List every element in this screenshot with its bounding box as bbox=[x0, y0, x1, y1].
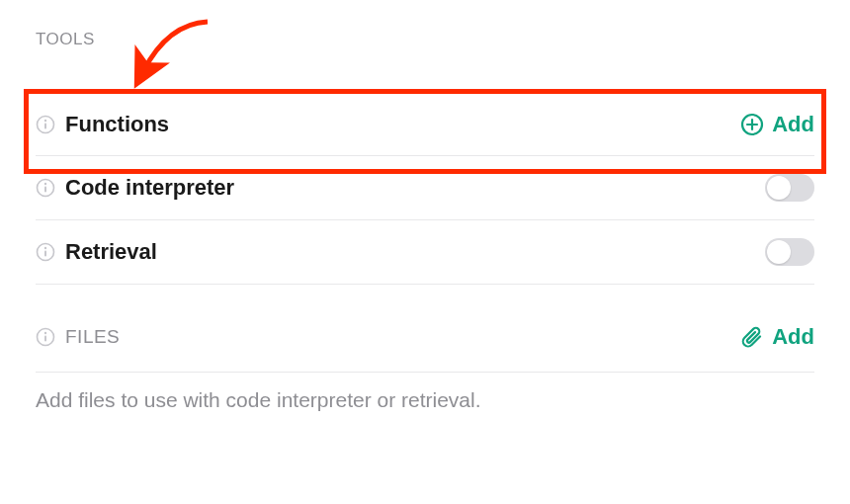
tool-row-retrieval: Retrieval bbox=[36, 219, 814, 285]
info-icon[interactable] bbox=[36, 327, 55, 347]
tool-label: Retrieval bbox=[65, 239, 157, 265]
tool-label: Functions bbox=[65, 112, 169, 137]
svg-rect-11 bbox=[44, 251, 46, 257]
tool-label: Code interpreter bbox=[65, 175, 234, 201]
add-function-button[interactable]: Add bbox=[740, 112, 814, 137]
arrow-annotation bbox=[119, 14, 227, 93]
retrieval-toggle[interactable] bbox=[765, 238, 814, 266]
add-label: Add bbox=[772, 324, 814, 350]
info-icon[interactable] bbox=[36, 242, 55, 262]
tool-row-functions: Functions Add bbox=[36, 93, 814, 155]
files-header: FILES bbox=[65, 326, 120, 348]
add-label: Add bbox=[772, 112, 814, 137]
svg-point-13 bbox=[44, 332, 46, 334]
info-icon[interactable] bbox=[36, 178, 55, 198]
files-section: FILES Add Add files to use with code int… bbox=[36, 324, 814, 412]
svg-point-7 bbox=[44, 183, 46, 185]
code-interpreter-toggle[interactable] bbox=[765, 174, 814, 202]
svg-rect-2 bbox=[44, 124, 46, 129]
plus-circle-icon bbox=[740, 113, 764, 136]
toggle-knob bbox=[767, 240, 791, 264]
tools-header: TOOLS bbox=[36, 30, 814, 49]
add-file-button[interactable]: Add bbox=[740, 324, 814, 350]
info-icon[interactable] bbox=[36, 115, 55, 134]
svg-rect-14 bbox=[44, 336, 46, 342]
svg-point-1 bbox=[44, 120, 46, 122]
svg-point-10 bbox=[44, 247, 46, 249]
files-description: Add files to use with code interpreter o… bbox=[36, 388, 814, 412]
paperclip-icon bbox=[740, 325, 764, 349]
toggle-knob bbox=[767, 176, 791, 200]
tool-row-code-interpreter: Code interpreter bbox=[36, 155, 814, 219]
svg-rect-8 bbox=[44, 187, 46, 193]
